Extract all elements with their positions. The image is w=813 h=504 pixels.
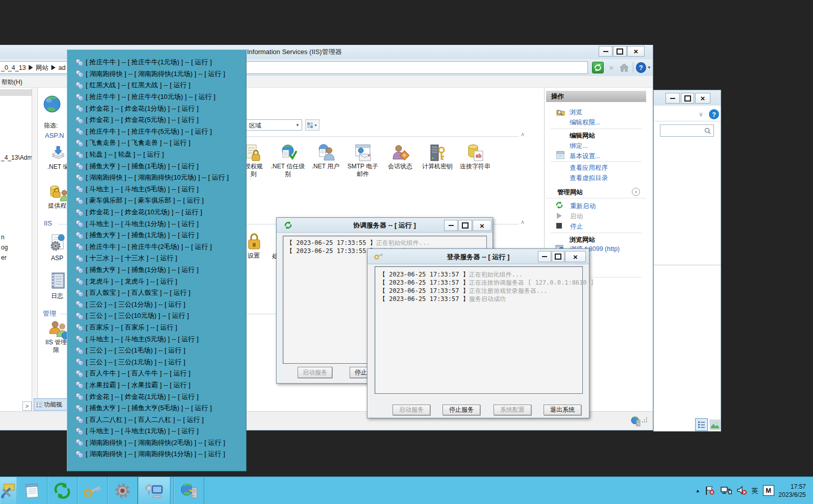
- authorization-rules-icon[interactable]: [245, 144, 261, 162]
- side-close-button[interactable]: ×: [695, 93, 710, 104]
- action-stop[interactable]: 停止: [570, 221, 583, 232]
- side-maximize-button[interactable]: [681, 93, 694, 104]
- game-server-row[interactable]: [ 三公 ] -- [ 三公(10元场) ] -- [ 运行 ]: [67, 310, 246, 322]
- game-server-row[interactable]: [ 飞禽走兽 ] -- [ 飞禽走兽 ] -- [ 运行 ]: [67, 137, 246, 149]
- iis-minimize-button[interactable]: [599, 46, 612, 57]
- taskbar-notepad-button[interactable]: [17, 477, 47, 504]
- connection-strings-icon[interactable]: ab: [467, 144, 484, 162]
- group-header-aspnet[interactable]: ASP.N: [45, 132, 64, 139]
- login-log-area[interactable]: 【 2023-06-25 17:33:57 】正在初始化组件... 【 2023…: [375, 266, 583, 394]
- action-view-applications[interactable]: 查看应用程序: [570, 163, 608, 173]
- menu-help[interactable]: 帮助(H): [2, 78, 22, 87]
- action-edit-permissions[interactable]: 编辑权限...: [570, 117, 600, 128]
- providers-icon[interactable]: [49, 184, 68, 203]
- taskbar-login-server-button[interactable]: [78, 477, 108, 504]
- game-server-row[interactable]: [ 轮盘 ] -- [ 轮盘 ] -- [ 运行 ]: [67, 149, 246, 161]
- tab-feature-view[interactable]: 功能视: [34, 398, 67, 411]
- resize-grip[interactable]: [642, 417, 648, 423]
- taskbar-coordinator-button[interactable]: [47, 477, 78, 504]
- list-view-button[interactable]: [695, 418, 708, 431]
- game-server-row[interactable]: [ 抢庄牛牛 ] -- [ 抢庄牛牛(5元场) ] -- [ 运行 ]: [67, 126, 246, 138]
- game-server-row[interactable]: [ 百家乐 ] -- [ 百家乐 ] -- [ 运行 ]: [67, 322, 246, 334]
- taskbar-settings-button[interactable]: [108, 477, 138, 504]
- login-maximize-button[interactable]: [552, 251, 564, 262]
- game-server-row[interactable]: [ 湖南跑得快 ] -- [ 湖南跑得快(1分场) ] -- [ 运行 ]: [67, 448, 246, 460]
- help-button[interactable]: ? ▼: [636, 62, 651, 73]
- action-center-flag-icon[interactable]: [705, 486, 716, 495]
- game-server-row[interactable]: [ 炸金花 ] -- [ 炸金花(5元场) ] -- [ 运行 ]: [67, 114, 246, 126]
- game-server-row[interactable]: [ 捕鱼大亨 ] -- [ 捕鱼(1元场) ] -- [ 运行 ]: [67, 230, 246, 241]
- session-state-icon[interactable]: [392, 144, 409, 162]
- game-server-row[interactable]: [ 湖南跑得快 ] -- [ 湖南跑得快(2毛场) ] -- [ 运行 ]: [67, 437, 246, 449]
- iis-manager-permissions-icon[interactable]: [48, 320, 69, 340]
- clock[interactable]: 17:57 2023/6/25: [779, 483, 806, 499]
- action-view-virtual-directories[interactable]: 查看虚拟目录: [570, 173, 608, 183]
- login-stop-button[interactable]: 停止服务: [442, 405, 480, 415]
- group-by-select[interactable]: 区域 ▼: [246, 119, 302, 131]
- volume-muted-icon[interactable]: [736, 486, 747, 495]
- coordinator-minimize-button[interactable]: [444, 220, 458, 231]
- taskbar-iis-button[interactable]: [174, 477, 204, 504]
- game-server-row[interactable]: [ 龙虎斗 ] -- [ 龙虎斗 ] -- [ 运行 ]: [67, 275, 246, 287]
- tree-node-admin[interactable]: _4_13\Admi: [1, 154, 34, 161]
- pane-splitter[interactable]: [32, 88, 38, 411]
- ssl-settings-icon[interactable]: [247, 233, 261, 251]
- taskbar-game-manager-button[interactable]: [138, 477, 170, 504]
- login-exit-button[interactable]: 退出系统: [544, 405, 581, 415]
- game-server-row[interactable]: [ 斗地主 ] -- [ 斗地主(1分场) ] -- [ 运行 ]: [67, 218, 246, 230]
- game-server-row[interactable]: [ 三公 ] -- [ 三公(1毛场) ] -- [ 运行 ]: [67, 345, 246, 357]
- net-trust-levels-icon[interactable]: [280, 144, 297, 162]
- action-basic-settings[interactable]: 基本设置...: [570, 151, 600, 161]
- action-bindings[interactable]: 绑定...: [570, 141, 587, 151]
- login-start-button[interactable]: 启动服务: [392, 405, 430, 415]
- network-icon[interactable]: [720, 486, 732, 495]
- side-minimize-button[interactable]: [666, 93, 680, 104]
- game-server-row[interactable]: [ 百人二八杠 ] -- [ 百人二八杠 ] -- [ 运行 ]: [67, 414, 246, 425]
- stop-nav-button[interactable]: ×: [606, 62, 617, 73]
- address-breadcrumb[interactable]: _0_4_13 ▶ 网站 ▶ ad: [1, 64, 65, 72]
- game-server-row[interactable]: [ 水果拉霸 ] -- [ 水果拉霸 ] -- [ 运行 ]: [67, 380, 246, 391]
- game-server-row[interactable]: [ 三公 ] -- [ 三公(1元场) ] -- [ 运行 ]: [67, 356, 246, 368]
- game-server-row[interactable]: [ 红黑大战 ] -- [ 红黑大战 ] -- [ 运行 ]: [67, 80, 246, 91]
- tab-scroll-right[interactable]: >: [22, 401, 32, 411]
- taskbar-server-manager-button[interactable]: [0, 477, 17, 504]
- login-close-button[interactable]: ×: [565, 251, 586, 262]
- group-collapse-chevron[interactable]: ∧: [521, 132, 525, 137]
- home-button[interactable]: [618, 62, 630, 73]
- login-minimize-button[interactable]: [538, 251, 551, 262]
- tray-expand-icon[interactable]: ▲: [696, 488, 700, 493]
- group-header-management[interactable]: 管理: [43, 309, 56, 318]
- view-mode-button[interactable]: ▼: [305, 119, 319, 131]
- group-header-iis[interactable]: IIS: [44, 219, 52, 227]
- net-users-icon[interactable]: [317, 144, 335, 162]
- game-server-row[interactable]: [ 斗地主 ] -- [ 斗地主(5元场) ] -- [ 运行 ]: [67, 333, 246, 345]
- machine-key-icon[interactable]: [429, 144, 447, 162]
- game-server-row[interactable]: [ 百人牛牛 ] -- [ 百人牛牛 ] -- [ 运行 ]: [67, 368, 246, 380]
- game-server-row[interactable]: [ 捕鱼大亨 ] -- [ 捕鱼(1分场) ] -- [ 运行 ]: [67, 264, 246, 276]
- game-server-row[interactable]: [ 抢庄牛牛 ] -- [ 抢庄牛牛(2毛场) ] -- [ 运行 ]: [67, 241, 246, 253]
- game-server-row[interactable]: [ 捕鱼大亨 ] -- [ 捕鱼大亨(5毛场) ] -- [ 运行 ]: [67, 402, 246, 414]
- refresh-button[interactable]: [592, 62, 604, 73]
- game-server-row[interactable]: [ 炸金花 ] -- [ 炸金花(1分场) ] -- [ 运行 ]: [67, 103, 246, 114]
- login-config-button[interactable]: 系统配置: [494, 405, 531, 415]
- game-server-row[interactable]: [ 抢庄牛牛 ] -- [ 抢庄牛牛(1元场) ] -- [ 运行 ]: [67, 57, 246, 68]
- thumbnail-view-button[interactable]: [710, 420, 720, 430]
- game-server-row[interactable]: [ 豪车俱乐部 ] -- [ 豪车俱乐部 ] -- [ 运行 ]: [67, 195, 246, 207]
- tree-node-fragment[interactable]: er: [1, 254, 7, 261]
- game-server-row[interactable]: [ 炸金花 ] -- [ 炸金花(1元场) ] -- [ 运行 ]: [67, 391, 246, 402]
- help-icon[interactable]: ?: [709, 109, 719, 119]
- game-server-row[interactable]: [ 斗地主 ] -- [ 斗地主(1元场) ] -- [ 运行 ]: [67, 425, 246, 437]
- game-server-row[interactable]: [ 抢庄牛牛 ] -- [ 抢庄牛牛(10元场) ] -- [ 运行 ]: [67, 91, 246, 103]
- coordinator-close-button[interactable]: ×: [473, 220, 491, 231]
- game-server-row[interactable]: [ 三公 ] -- [ 三公(1分场) ] -- [ 运行 ]: [67, 298, 246, 310]
- iis-maximize-button[interactable]: [613, 46, 627, 57]
- coordinator-start-button[interactable]: 启动服务: [298, 367, 332, 378]
- game-server-row[interactable]: [ 湖南跑得快 ] -- [ 湖南跑得快(10元场) ] -- [ 运行 ]: [67, 172, 246, 184]
- asp-icon[interactable]: [49, 234, 68, 253]
- coordinator-maximize-button[interactable]: [458, 220, 472, 231]
- tree-node-fragment[interactable]: og: [1, 244, 8, 251]
- side-search-input[interactable]: [660, 124, 714, 137]
- action-section-manage-website[interactable]: 管理网站: [557, 187, 583, 197]
- feature-label-connection-strings[interactable]: 连接字符串: [452, 163, 498, 170]
- smtp-email-icon[interactable]: [355, 144, 372, 162]
